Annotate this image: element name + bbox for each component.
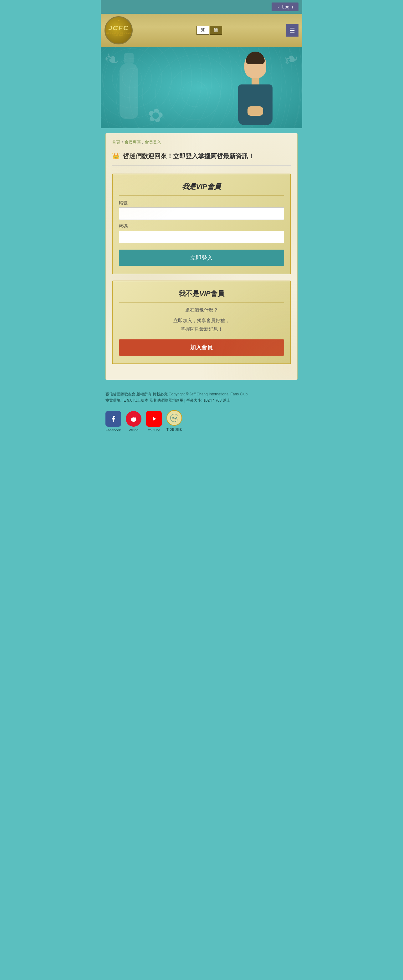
- promo-line-1: 立即加入，獨享會員好禮，: [174, 318, 229, 323]
- person-hair: [246, 52, 265, 64]
- account-label: 帳號: [119, 200, 284, 206]
- non-vip-title-vip: VIP: [199, 290, 210, 298]
- non-vip-section: 我不是VIP會員 還在猶豫什麼？ 立即加入，獨享會員好禮， 掌握阿哲最新消息！ …: [112, 281, 291, 364]
- social-weibo[interactable]: Weibo: [126, 411, 142, 432]
- login-button[interactable]: Login: [272, 3, 298, 11]
- copyright-line-2: 瀏覽環境: IE 9.0 以上版本 及其他瀏覽器均適用 | 螢幕大小: 1024…: [105, 397, 298, 404]
- lang-simplified-btn[interactable]: 簡: [210, 26, 222, 35]
- breadcrumb-sep-2: /: [142, 140, 143, 145]
- non-vip-title-prefix: 我不是: [178, 290, 199, 298]
- breadcrumb-sep-1: /: [122, 140, 123, 145]
- social-facebook[interactable]: Facebook: [105, 411, 121, 432]
- top-bar: Login: [101, 0, 302, 14]
- lang-traditional-btn[interactable]: 繁: [196, 26, 209, 35]
- breadcrumb-current: 會員登入: [145, 140, 161, 145]
- logo-deco: ✦: [117, 19, 120, 22]
- footer: 張信哲國際歌友會 版權所有 轉載必究 Copyright © Jeff Chan…: [101, 385, 302, 437]
- svg-point-0: [131, 417, 136, 422]
- bottle-body: [119, 62, 138, 119]
- youtube-icon: [146, 411, 162, 427]
- password-input[interactable]: [119, 231, 284, 243]
- promo-line-2: 掌握阿哲最新消息！: [180, 326, 223, 332]
- hamburger-menu-button[interactable]: ☰: [286, 24, 298, 37]
- copyright-line-1: 張信哲國際歌友會 版權所有 轉載必究 Copyright © Jeff Chan…: [105, 391, 298, 397]
- hesitation-text: 還在猶豫什麼？: [119, 307, 284, 313]
- vip-title-prefix: 我是: [182, 183, 196, 191]
- welcome-text: 哲迷們歡迎回來！立即登入掌握阿哲最新資訊！: [123, 151, 254, 161]
- social-icons: Facebook Weibo Youtube: [105, 410, 298, 432]
- hero-banner: ❧ ❧ ✿: [101, 47, 302, 128]
- person-body: [238, 84, 272, 125]
- vip-section: 我是VIP會員 帳號 密碼 立即登入: [112, 173, 291, 274]
- person-hands: [247, 107, 263, 116]
- welcome-heading: 👑 哲迷們歡迎回來！立即登入掌握阿哲最新資訊！: [112, 151, 291, 166]
- join-member-button[interactable]: 加入會員: [119, 339, 284, 356]
- crown-icon: 👑: [112, 152, 120, 159]
- tide-icon: [166, 410, 182, 426]
- vip-section-title: 我是VIP會員: [119, 182, 284, 196]
- logo: ✦ JCFC JEF CHANG INTERNATIONAL FANS CLUB: [105, 16, 133, 45]
- weibo-icon: [126, 411, 142, 427]
- vip-title-vip: VIP: [196, 183, 207, 191]
- hero-swirl-bottom: ✿: [146, 105, 165, 126]
- breadcrumb-home[interactable]: 首頁: [112, 140, 120, 145]
- non-vip-title: 我不是VIP會員: [119, 289, 284, 302]
- social-tide[interactable]: TIDE 潮水: [166, 410, 182, 432]
- hero-bottle: [110, 53, 148, 122]
- vip-title-suffix: 會員: [207, 183, 221, 191]
- non-vip-title-suffix: 會員: [210, 290, 225, 298]
- person-head: [244, 53, 266, 78]
- header: ✦ JCFC JEF CHANG INTERNATIONAL FANS CLUB…: [101, 14, 302, 47]
- join-promo: 立即加入，獨享會員好禮， 掌握阿哲最新消息！: [119, 316, 284, 333]
- footer-copyright: 張信哲國際歌友會 版權所有 轉載必究 Copyright © Jeff Chan…: [105, 391, 298, 404]
- vip-login-button[interactable]: 立即登入: [119, 250, 284, 266]
- facebook-label: Facebook: [106, 428, 121, 432]
- hero-person: [224, 50, 287, 128]
- social-youtube[interactable]: Youtube: [146, 411, 162, 432]
- bottle-neck: [124, 53, 134, 62]
- lang-buttons: 繁 簡: [196, 26, 222, 35]
- breadcrumb: 首頁 / 會員專區 / 會員登入: [112, 140, 291, 145]
- facebook-icon: [105, 411, 121, 427]
- person-figure: [230, 53, 280, 128]
- weibo-label: Weibo: [129, 428, 139, 432]
- person-neck: [252, 78, 260, 84]
- breadcrumb-member-zone[interactable]: 會員專區: [124, 140, 141, 145]
- password-label: 密碼: [119, 224, 284, 229]
- tide-label: TIDE 潮水: [166, 427, 182, 432]
- logo-text: JCFC: [108, 25, 129, 32]
- account-input[interactable]: [119, 207, 284, 220]
- logo-subtitle: JEF CHANG INTERNATIONAL FANS CLUB: [105, 32, 132, 36]
- youtube-label: Youtube: [148, 428, 160, 432]
- main-content: 首頁 / 會員專區 / 會員登入 👑 哲迷們歡迎回來！立即登入掌握阿哲最新資訊！…: [105, 133, 298, 380]
